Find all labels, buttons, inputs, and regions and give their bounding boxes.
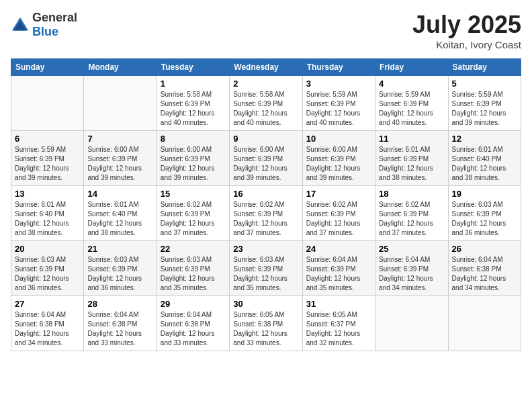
calendar-cell: 1Sunrise: 5:58 AM Sunset: 6:39 PM Daylig… <box>157 76 229 131</box>
calendar-cell: 30Sunrise: 6:05 AM Sunset: 6:38 PM Dayli… <box>230 296 302 351</box>
day-number: 11 <box>379 134 444 144</box>
week-row-4: 20Sunrise: 6:03 AM Sunset: 6:39 PM Dayli… <box>11 241 521 296</box>
calendar-cell: 17Sunrise: 6:02 AM Sunset: 6:39 PM Dayli… <box>302 186 375 241</box>
day-number: 1 <box>161 79 226 89</box>
day-info: Sunrise: 6:02 AM Sunset: 6:39 PM Dayligh… <box>233 200 298 238</box>
day-info: Sunrise: 6:01 AM Sunset: 6:39 PM Dayligh… <box>379 145 444 183</box>
calendar-cell: 10Sunrise: 6:00 AM Sunset: 6:39 PM Dayli… <box>302 131 375 186</box>
day-info: Sunrise: 6:03 AM Sunset: 6:39 PM Dayligh… <box>233 255 298 293</box>
calendar-cell: 5Sunrise: 5:59 AM Sunset: 6:39 PM Daylig… <box>448 76 521 131</box>
day-info: Sunrise: 5:59 AM Sunset: 6:39 PM Dayligh… <box>15 145 80 183</box>
day-info: Sunrise: 6:04 AM Sunset: 6:38 PM Dayligh… <box>87 310 152 348</box>
weekday-header-wednesday: Wednesday <box>230 59 302 76</box>
calendar-cell: 3Sunrise: 5:59 AM Sunset: 6:39 PM Daylig… <box>302 76 375 131</box>
day-info: Sunrise: 6:00 AM Sunset: 6:39 PM Dayligh… <box>161 145 226 183</box>
day-number: 18 <box>379 189 444 199</box>
week-row-5: 27Sunrise: 6:04 AM Sunset: 6:38 PM Dayli… <box>11 296 521 351</box>
day-number: 14 <box>87 189 152 199</box>
day-number: 4 <box>379 79 444 89</box>
day-info: Sunrise: 6:04 AM Sunset: 6:39 PM Dayligh… <box>306 255 371 293</box>
day-number: 13 <box>15 189 80 199</box>
calendar-cell: 28Sunrise: 6:04 AM Sunset: 6:38 PM Dayli… <box>84 296 157 351</box>
calendar-cell: 27Sunrise: 6:04 AM Sunset: 6:38 PM Dayli… <box>11 296 84 351</box>
day-info: Sunrise: 5:58 AM Sunset: 6:39 PM Dayligh… <box>233 90 298 128</box>
day-info: Sunrise: 5:59 AM Sunset: 6:39 PM Dayligh… <box>452 90 517 128</box>
calendar-cell: 4Sunrise: 5:59 AM Sunset: 6:39 PM Daylig… <box>375 76 448 131</box>
weekday-header-monday: Monday <box>84 59 157 76</box>
day-number: 17 <box>306 189 371 199</box>
day-info: Sunrise: 6:01 AM Sunset: 6:40 PM Dayligh… <box>452 145 517 183</box>
day-number: 28 <box>87 299 152 309</box>
main-title: July 2025 <box>412 11 521 39</box>
calendar-cell: 13Sunrise: 6:01 AM Sunset: 6:40 PM Dayli… <box>11 186 84 241</box>
weekday-header-tuesday: Tuesday <box>157 59 229 76</box>
calendar-cell: 9Sunrise: 6:00 AM Sunset: 6:39 PM Daylig… <box>230 131 302 186</box>
day-info: Sunrise: 6:04 AM Sunset: 6:38 PM Dayligh… <box>452 255 517 293</box>
logo: General Blue <box>11 11 77 39</box>
day-number: 19 <box>452 189 517 199</box>
calendar-cell: 16Sunrise: 6:02 AM Sunset: 6:39 PM Dayli… <box>230 186 302 241</box>
calendar-cell: 11Sunrise: 6:01 AM Sunset: 6:39 PM Dayli… <box>375 131 448 186</box>
day-info: Sunrise: 6:03 AM Sunset: 6:39 PM Dayligh… <box>452 200 517 238</box>
calendar-cell: 19Sunrise: 6:03 AM Sunset: 6:39 PM Dayli… <box>448 186 521 241</box>
day-number: 12 <box>452 134 517 144</box>
weekday-header-saturday: Saturday <box>448 59 521 76</box>
day-number: 6 <box>15 134 80 144</box>
day-number: 2 <box>233 79 298 89</box>
logo-icon <box>11 15 30 34</box>
calendar-cell <box>375 296 448 351</box>
calendar-cell <box>84 76 157 131</box>
day-number: 9 <box>233 134 298 144</box>
calendar-cell: 12Sunrise: 6:01 AM Sunset: 6:40 PM Dayli… <box>448 131 521 186</box>
logo-text-blue: Blue <box>32 25 58 38</box>
day-info: Sunrise: 6:01 AM Sunset: 6:40 PM Dayligh… <box>87 200 152 238</box>
day-number: 27 <box>15 299 80 309</box>
weekday-header-friday: Friday <box>375 59 448 76</box>
day-number: 20 <box>15 244 80 254</box>
day-number: 15 <box>161 189 226 199</box>
calendar-cell: 25Sunrise: 6:04 AM Sunset: 6:39 PM Dayli… <box>375 241 448 296</box>
day-number: 8 <box>161 134 226 144</box>
day-info: Sunrise: 6:04 AM Sunset: 6:39 PM Dayligh… <box>379 255 444 293</box>
calendar-cell: 18Sunrise: 6:02 AM Sunset: 6:39 PM Dayli… <box>375 186 448 241</box>
day-number: 31 <box>306 299 371 309</box>
day-number: 23 <box>233 244 298 254</box>
calendar-cell <box>11 76 84 131</box>
day-number: 16 <box>233 189 298 199</box>
day-info: Sunrise: 6:01 AM Sunset: 6:40 PM Dayligh… <box>15 200 80 238</box>
week-row-1: 1Sunrise: 5:58 AM Sunset: 6:39 PM Daylig… <box>11 76 521 131</box>
day-number: 24 <box>306 244 371 254</box>
day-info: Sunrise: 6:00 AM Sunset: 6:39 PM Dayligh… <box>306 145 371 183</box>
logo-text-general: General <box>32 11 77 24</box>
day-info: Sunrise: 6:03 AM Sunset: 6:39 PM Dayligh… <box>87 255 152 293</box>
day-info: Sunrise: 5:59 AM Sunset: 6:39 PM Dayligh… <box>379 90 444 128</box>
calendar-cell: 6Sunrise: 5:59 AM Sunset: 6:39 PM Daylig… <box>11 131 84 186</box>
weekday-header-thursday: Thursday <box>302 59 375 76</box>
day-info: Sunrise: 6:00 AM Sunset: 6:39 PM Dayligh… <box>87 145 152 183</box>
day-info: Sunrise: 5:58 AM Sunset: 6:39 PM Dayligh… <box>161 90 226 128</box>
subtitle: Koitan, Ivory Coast <box>412 39 521 50</box>
day-number: 10 <box>306 134 371 144</box>
day-number: 26 <box>452 244 517 254</box>
calendar-table: SundayMondayTuesdayWednesdayThursdayFrid… <box>11 58 521 351</box>
day-info: Sunrise: 6:02 AM Sunset: 6:39 PM Dayligh… <box>306 200 371 238</box>
calendar-cell: 7Sunrise: 6:00 AM Sunset: 6:39 PM Daylig… <box>84 131 157 186</box>
calendar-cell: 14Sunrise: 6:01 AM Sunset: 6:40 PM Dayli… <box>84 186 157 241</box>
day-info: Sunrise: 6:05 AM Sunset: 6:38 PM Dayligh… <box>233 310 298 348</box>
calendar-cell: 20Sunrise: 6:03 AM Sunset: 6:39 PM Dayli… <box>11 241 84 296</box>
calendar-cell: 15Sunrise: 6:02 AM Sunset: 6:39 PM Dayli… <box>157 186 229 241</box>
day-number: 3 <box>306 79 371 89</box>
calendar-cell <box>448 296 521 351</box>
calendar-cell: 26Sunrise: 6:04 AM Sunset: 6:38 PM Dayli… <box>448 241 521 296</box>
calendar-cell: 8Sunrise: 6:00 AM Sunset: 6:39 PM Daylig… <box>157 131 229 186</box>
calendar-cell: 21Sunrise: 6:03 AM Sunset: 6:39 PM Dayli… <box>84 241 157 296</box>
day-number: 22 <box>161 244 226 254</box>
day-number: 5 <box>452 79 517 89</box>
day-number: 30 <box>233 299 298 309</box>
day-info: Sunrise: 6:04 AM Sunset: 6:38 PM Dayligh… <box>15 310 80 348</box>
day-info: Sunrise: 5:59 AM Sunset: 6:39 PM Dayligh… <box>306 90 371 128</box>
day-number: 21 <box>87 244 152 254</box>
calendar-cell: 29Sunrise: 6:04 AM Sunset: 6:38 PM Dayli… <box>157 296 229 351</box>
calendar-cell: 31Sunrise: 6:05 AM Sunset: 6:37 PM Dayli… <box>302 296 375 351</box>
title-block: July 2025 Koitan, Ivory Coast <box>412 11 521 50</box>
